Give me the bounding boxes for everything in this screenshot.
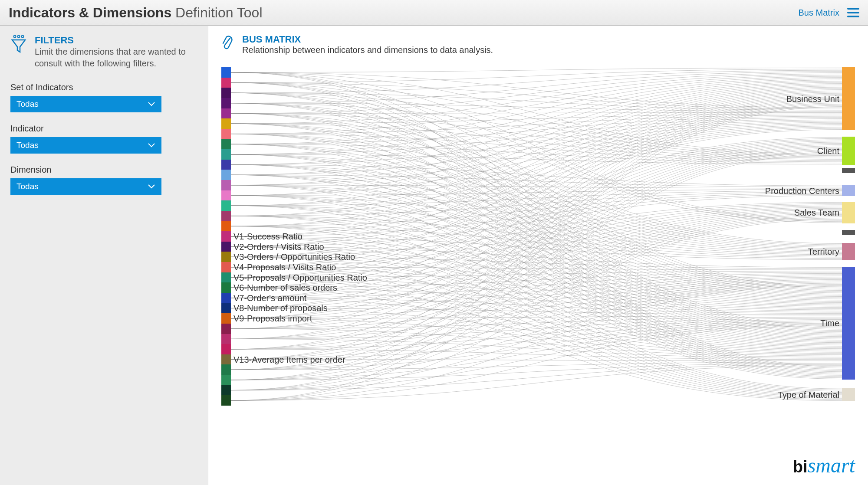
- indicator-node[interactable]: [221, 160, 231, 170]
- indicator-label: V13-Average Items per order: [233, 355, 345, 365]
- indicator-label: V6-Number of sales orders: [233, 283, 337, 293]
- app-title-light: Definition Tool: [175, 5, 262, 20]
- filters-title: FILTERS: [35, 35, 197, 46]
- dimension-label: Time: [820, 318, 839, 328]
- indicator-node[interactable]: [221, 221, 231, 232]
- dimension-label: Production Centers: [765, 186, 839, 196]
- indicator-label: V9-Proposals import: [233, 314, 312, 324]
- indicator-node[interactable]: [221, 395, 231, 406]
- dimension-label: Client: [817, 146, 839, 156]
- indicator-node[interactable]: [221, 324, 231, 334]
- menu-icon[interactable]: [847, 8, 859, 17]
- dimension-node[interactable]: [842, 185, 855, 196]
- indicator-node[interactable]: [221, 129, 231, 139]
- dimension-node[interactable]: [842, 267, 855, 380]
- filter-dropdown-2[interactable]: Todas: [10, 178, 161, 195]
- dimension-node[interactable]: [842, 202, 855, 223]
- indicator-label: V4-Proposals / Visits Ratio: [233, 262, 336, 272]
- indicator-node[interactable]: [221, 231, 231, 242]
- main-panel: BUS MATRIX Relationship between indicato…: [208, 26, 868, 485]
- dimension-node[interactable]: [842, 67, 855, 130]
- filter-dropdown-1[interactable]: Todas: [10, 137, 161, 154]
- dimension-label: Business Unit: [786, 94, 839, 104]
- svg-point-2: [22, 36, 24, 38]
- indicator-node[interactable]: [221, 364, 231, 375]
- filter-label-1: Indicator: [10, 124, 197, 134]
- indicator-node[interactable]: [221, 78, 231, 88]
- dimension-label: Territory: [808, 247, 839, 257]
- indicator-label: V1-Success Ratio: [233, 232, 302, 242]
- dimension-node[interactable]: [842, 137, 855, 165]
- indicator-node[interactable]: [221, 67, 231, 78]
- svg-point-0: [14, 36, 16, 38]
- indicator-label: V2-Orders / Visits Ratio: [233, 242, 324, 252]
- indicator-node[interactable]: [221, 334, 231, 344]
- indicator-node[interactable]: [221, 200, 231, 211]
- indicator-node[interactable]: [221, 385, 231, 396]
- indicator-node[interactable]: [221, 293, 231, 303]
- top-bar: Indicators & Dimensions Definition Tool …: [0, 0, 868, 26]
- filter-dropdown-0[interactable]: Todas: [10, 96, 161, 112]
- indicator-label: V5-Proposals / Opportunities Ratio: [233, 273, 367, 283]
- dimension-node[interactable]: [842, 388, 855, 401]
- dimension-gap: [842, 230, 855, 235]
- indicator-node[interactable]: [221, 190, 231, 201]
- filter-value: Todas: [16, 182, 39, 191]
- filter-value: Todas: [16, 141, 39, 150]
- indicator-node[interactable]: [221, 354, 231, 365]
- bismart-logo: bismart: [793, 453, 855, 477]
- indicator-node[interactable]: [221, 262, 231, 272]
- chevron-down-icon: [148, 182, 155, 191]
- filters-sidebar: FILTERS Limit the dimensions that are wa…: [0, 26, 208, 485]
- indicator-node[interactable]: [221, 149, 231, 160]
- indicator-node[interactable]: [221, 108, 231, 119]
- dimension-label: Type of Material: [778, 390, 839, 400]
- indicator-label: V3-Orders / Opportunities Ratio: [233, 252, 355, 262]
- indicator-node[interactable]: [221, 313, 231, 324]
- dimension-label: Sales Team: [794, 208, 839, 218]
- sankey-chart: V1-Success RatioV2-Orders / Visits Ratio…: [221, 67, 855, 406]
- filter-label-2: Dimension: [10, 165, 197, 175]
- svg-point-1: [18, 36, 20, 38]
- app-title: Indicators & Dimensions Definition Tool: [9, 5, 263, 21]
- indicator-node[interactable]: [221, 139, 231, 149]
- indicator-label: V8-Number of proposals: [233, 303, 328, 313]
- main-subtitle: Relationship between indicators and dime…: [242, 45, 493, 55]
- filter-label-0: Set of Indicators: [10, 82, 197, 92]
- dimension-gap: [842, 168, 855, 173]
- indicator-node[interactable]: [221, 180, 231, 190]
- indicator-node[interactable]: [221, 170, 231, 180]
- bus-matrix-link[interactable]: Bus Matrix: [799, 8, 839, 18]
- indicator-node[interactable]: [221, 242, 231, 252]
- indicator-node[interactable]: [221, 88, 231, 98]
- app-title-bold: Indicators & Dimensions: [9, 5, 171, 20]
- paperclip-icon: [221, 36, 234, 55]
- indicator-node[interactable]: [221, 211, 231, 221]
- chevron-down-icon: [148, 141, 155, 150]
- indicator-node[interactable]: [221, 344, 231, 354]
- indicator-node[interactable]: [221, 252, 231, 262]
- dimension-node[interactable]: [842, 243, 855, 260]
- indicator-node[interactable]: [221, 303, 231, 314]
- indicator-node[interactable]: [221, 98, 231, 108]
- main-title: BUS MATRIX: [242, 34, 493, 45]
- indicator-node[interactable]: [221, 272, 231, 283]
- filter-icon: [10, 35, 28, 69]
- filters-description: Limit the dimensions that are wanted to …: [35, 46, 197, 69]
- filter-value: Todas: [16, 99, 39, 109]
- indicator-node[interactable]: [221, 375, 231, 385]
- indicator-label: V7-Order's amount: [233, 293, 306, 303]
- chevron-down-icon: [148, 99, 155, 109]
- indicator-node[interactable]: [221, 118, 231, 129]
- indicator-node[interactable]: [221, 282, 231, 293]
